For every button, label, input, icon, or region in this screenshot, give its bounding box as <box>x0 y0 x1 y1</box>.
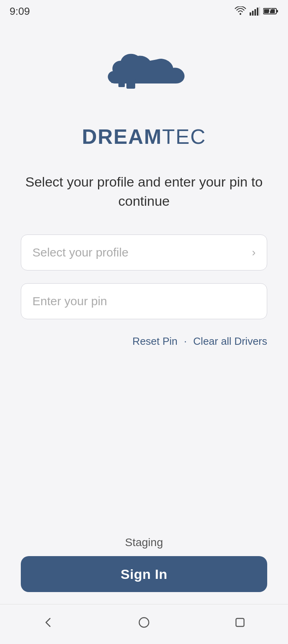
logo-brand: DREAMTEC <box>82 125 206 149</box>
logo-light: TEC <box>162 125 206 148</box>
svg-rect-1 <box>250 12 251 16</box>
recent-nav-button[interactable] <box>230 612 250 632</box>
form-container: › Reset Pin · Clear all Drivers <box>21 235 267 348</box>
pin-input[interactable] <box>32 294 256 308</box>
svg-rect-11 <box>120 73 127 80</box>
svg-rect-14 <box>118 81 125 87</box>
status-bar: 9:09 <box>0 0 288 21</box>
svg-rect-18 <box>236 618 244 626</box>
svg-rect-4 <box>257 8 258 16</box>
svg-rect-2 <box>252 11 254 16</box>
svg-rect-12 <box>129 73 136 80</box>
profile-input[interactable] <box>32 246 248 259</box>
svg-rect-15 <box>126 80 135 89</box>
links-row: Reset Pin · Clear all Drivers <box>21 335 267 348</box>
logo-bold: DREAM <box>82 125 162 148</box>
back-icon <box>42 616 54 628</box>
main-content: DREAMTEC Select your profile and enter y… <box>0 21 288 536</box>
battery-icon <box>263 7 278 15</box>
subtitle: Select your profile and enter your pin t… <box>21 173 267 211</box>
wifi-icon <box>234 6 246 16</box>
home-nav-button[interactable] <box>134 612 154 632</box>
logo-container: DREAMTEC <box>80 45 208 149</box>
sign-in-button[interactable]: Sign In <box>21 556 267 592</box>
bottom-area: Staging Sign In <box>0 536 288 604</box>
svg-rect-13 <box>111 78 117 83</box>
signal-icon <box>250 7 260 16</box>
status-icons <box>234 6 278 16</box>
clear-drivers-link[interactable]: Clear all Drivers <box>193 335 267 348</box>
svg-rect-7 <box>277 10 278 12</box>
chevron-right-icon: › <box>252 246 256 259</box>
svg-point-0 <box>240 13 241 15</box>
svg-rect-3 <box>254 9 256 16</box>
logo-icon <box>80 45 208 117</box>
recent-icon <box>234 616 246 628</box>
home-icon <box>138 616 150 628</box>
dot-separator: · <box>184 335 187 348</box>
profile-selector[interactable]: › <box>21 235 267 270</box>
status-time: 9:09 <box>10 5 30 18</box>
svg-rect-5 <box>259 7 260 16</box>
reset-pin-link[interactable]: Reset Pin <box>132 335 178 348</box>
svg-point-17 <box>139 618 149 627</box>
pin-field-wrapper[interactable] <box>21 283 267 319</box>
nav-bar <box>0 604 288 644</box>
staging-label: Staging <box>125 536 163 549</box>
svg-rect-16 <box>112 72 117 77</box>
back-nav-button[interactable] <box>38 612 58 632</box>
